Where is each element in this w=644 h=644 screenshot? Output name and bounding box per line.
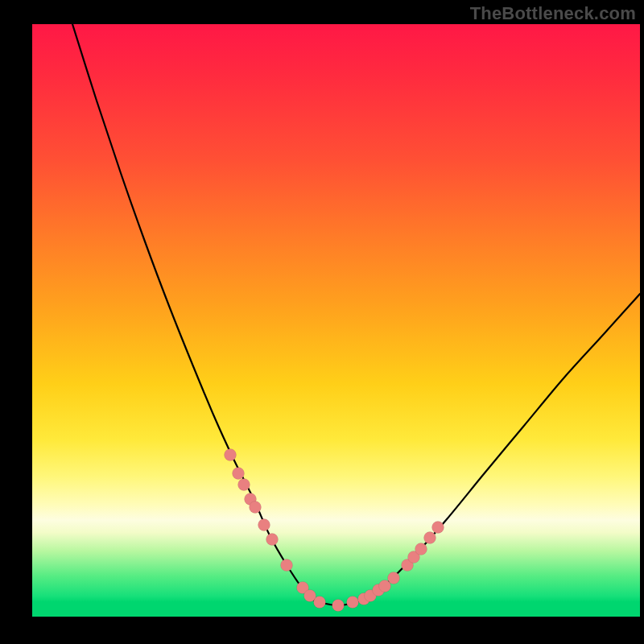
chart-frame: TheBottleneck.com [0,0,644,644]
data-dot [250,502,262,514]
data-dot [233,468,245,480]
data-dot [424,532,436,544]
data-dot [258,519,270,531]
data-dot [415,543,427,555]
data-dot [281,559,293,572]
data-dot [225,449,237,461]
curve-path [72,24,640,605]
data-dots [225,449,444,612]
data-dot [432,522,444,534]
data-dot [332,600,345,612]
bottleneck-curve [32,24,640,644]
data-dot [388,572,400,584]
data-dot [314,597,326,609]
watermark-text: TheBottleneck.com [470,3,636,24]
data-dot [347,597,359,609]
data-dot [238,479,250,491]
data-dot [266,534,279,546]
plot-area [32,24,640,644]
